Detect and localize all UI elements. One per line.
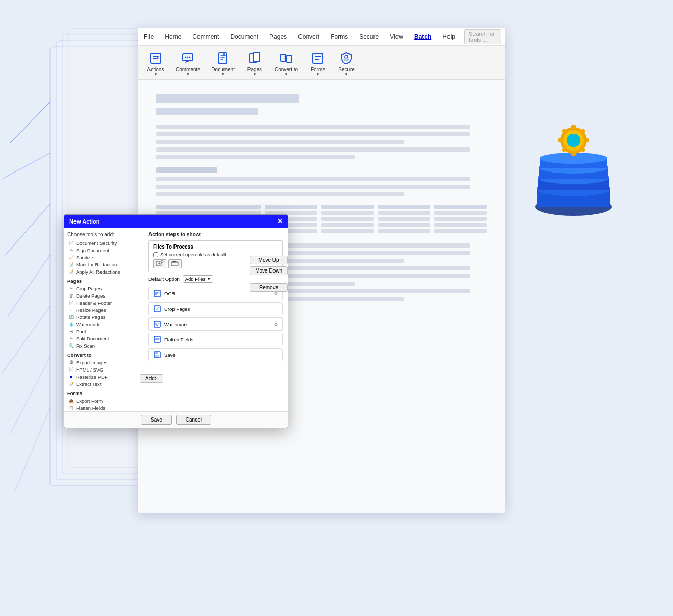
svg-line-6	[5, 204, 50, 255]
dialog-save-button[interactable]: Save	[141, 415, 172, 425]
default-option-select[interactable]: Add Files ▼	[183, 275, 214, 283]
step-flatten-label: Flatten Fields	[164, 337, 193, 342]
left-item-rotate-pages[interactable]: 🔄 Rotate Pages	[67, 313, 140, 321]
pages-section-title: Pages	[67, 278, 140, 284]
move-up-button[interactable]: Move Up	[250, 256, 288, 264]
svg-rect-47	[171, 262, 178, 266]
step-watermark[interactable]: W Watermark ⚙	[148, 317, 283, 331]
menu-view[interactable]: View	[388, 32, 405, 42]
ocr-step-icon	[153, 289, 161, 298]
left-item-crop-pages[interactable]: ✂ Crop Pages	[67, 285, 140, 292]
toolbar-pages[interactable]: Pages ▼	[241, 48, 268, 78]
svg-point-15	[189, 57, 191, 58]
left-item-apply-redactions[interactable]: 📝 Apply All Redactions	[67, 268, 140, 275]
secure-label: Secure	[338, 67, 355, 72]
export-form-icon: 📤	[68, 398, 74, 404]
toolbar-secure[interactable]: Secure ▼	[333, 48, 360, 78]
svg-rect-37	[571, 125, 576, 130]
menu-document[interactable]: Document	[228, 32, 260, 42]
side-buttons: Move Up Move Down Remove	[250, 256, 288, 292]
svg-rect-22	[315, 56, 321, 57]
svg-line-5	[3, 153, 50, 179]
left-item-resize-pages[interactable]: ↔ Resize Pages	[67, 306, 140, 313]
svg-rect-39	[584, 138, 589, 142]
left-item-rasterize-pdf[interactable]: ■ Rasterize PDF	[67, 373, 140, 380]
flatten-step-icon	[153, 335, 161, 343]
left-item-export-images[interactable]: 🖼 Export Images	[67, 359, 140, 366]
print-icon: 🖨	[68, 328, 74, 334]
step-save[interactable]: Save	[148, 348, 283, 361]
svg-text:W: W	[155, 323, 159, 326]
move-down-button[interactable]: Move Down	[250, 266, 288, 275]
left-item-sign-document[interactable]: ✏ Sign Document	[67, 247, 140, 254]
dialog-close-button[interactable]: ✕	[277, 217, 283, 225]
svg-point-13	[185, 57, 187, 58]
toolbar-forms[interactable]: Forms ▼	[304, 48, 332, 78]
forms-label: Forms	[311, 67, 325, 72]
choose-tools-label: Choose tools to add:	[67, 232, 140, 237]
svg-rect-24	[344, 58, 348, 61]
svg-point-14	[187, 57, 189, 58]
step-crop-pages[interactable]: Crop Pages	[148, 302, 283, 315]
menu-secure[interactable]: Secure	[357, 32, 381, 42]
svg-rect-20	[287, 55, 292, 62]
dialog-right-panel: Action steps to show: Files To Process S…	[143, 228, 288, 411]
set-current-checkbox[interactable]	[153, 252, 158, 257]
html-svg-icon: 📄	[68, 366, 74, 373]
browse-folder-button[interactable]	[168, 259, 182, 268]
add-file-button[interactable]	[153, 259, 166, 268]
left-item-header-footer[interactable]: 📄 Header & Footer	[67, 299, 140, 306]
left-item-export-form[interactable]: 📤 Export Form	[67, 397, 140, 404]
left-item-mark-redaction[interactable]: 📝 Mark for Redaction	[67, 261, 140, 268]
left-item-html-svg[interactable]: 📄 HTML / SVG	[67, 366, 140, 373]
menu-help[interactable]: Help	[440, 32, 457, 42]
menu-file[interactable]: File	[142, 32, 156, 42]
forms-section-title: Forms	[67, 390, 140, 396]
left-item-print[interactable]: 🖨 Print	[67, 328, 140, 335]
flatten-fields-icon: 📋	[68, 405, 74, 411]
menu-convert[interactable]: Convert	[296, 32, 321, 42]
actions-label: Actions	[147, 67, 164, 72]
menu-home[interactable]: Home	[163, 32, 183, 42]
convert-section-title: Convert to	[67, 352, 140, 358]
left-item-split-document[interactable]: ✂ Split Document	[67, 335, 140, 342]
comments-icon	[180, 50, 196, 66]
dialog-footer: Save Cancel	[64, 411, 288, 428]
mark-redaction-icon: 📝	[68, 261, 74, 267]
menu-comment[interactable]: Comment	[190, 32, 221, 42]
left-item-document-security[interactable]: 📄 Document Security	[67, 239, 140, 247]
menu-pages[interactable]: Pages	[267, 32, 289, 42]
left-item-flatten-fields[interactable]: 📋 Flatten Fields	[67, 404, 140, 411]
step-flatten-fields[interactable]: Flatten Fields	[148, 333, 283, 346]
split-document-icon: ✂	[68, 335, 74, 341]
svg-point-45	[567, 134, 580, 147]
files-title: Files To Process	[153, 244, 278, 250]
step-watermark-label: Watermark	[164, 322, 188, 327]
menu-bar: File Home Comment Document Pages Convert…	[138, 28, 505, 46]
document-icon	[215, 50, 231, 66]
watermark-step-icon: W	[153, 320, 161, 328]
add-button[interactable]: Add>	[140, 374, 163, 383]
svg-rect-55	[155, 355, 159, 357]
left-item-watermark[interactable]: 💧 Watermark	[67, 321, 140, 328]
svg-rect-41	[571, 151, 576, 156]
left-item-sanitize[interactable]: 🧹 Sanitize	[67, 254, 140, 261]
svg-rect-52	[154, 336, 160, 342]
toolbar-comments[interactable]: Comments ▼	[170, 48, 205, 78]
left-item-fix-scan[interactable]: 🔍 Fix Scan	[67, 342, 140, 349]
menu-forms[interactable]: Forms	[329, 32, 350, 42]
toolbar-document[interactable]: Document ▼	[206, 48, 240, 78]
left-item-delete-pages[interactable]: 🗑 Delete Pages	[67, 292, 140, 299]
dialog-cancel-button[interactable]: Cancel	[176, 415, 211, 425]
menu-batch[interactable]: Batch	[412, 32, 433, 42]
dialog-title: New Action	[69, 218, 100, 225]
toolbar-convert[interactable]: Convert to ▼	[269, 48, 303, 78]
left-item-extract-text[interactable]: 📝 Extract Text	[67, 380, 140, 387]
remove-button[interactable]: Remove	[250, 283, 288, 292]
watermark-settings-icon[interactable]: ⚙	[273, 322, 278, 327]
dialog-left-panel: Choose tools to add: 📄 Document Security…	[64, 228, 143, 411]
search-box[interactable]: Search for tools ...	[464, 29, 501, 44]
new-action-dialog: New Action ✕ Choose tools to add: 📄 Docu…	[64, 214, 288, 428]
toolbar-actions[interactable]: Actions ▼	[142, 48, 169, 78]
comments-label: Comments	[176, 67, 200, 72]
